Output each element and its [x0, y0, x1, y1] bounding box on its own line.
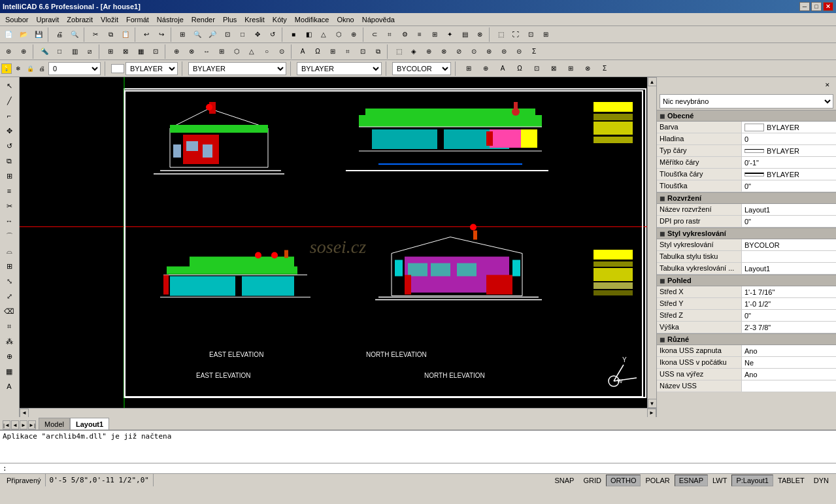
tb2-b2[interactable]: ⊕ — [16, 44, 31, 59]
tb2-b8[interactable]: ⊠ — [118, 44, 133, 59]
status-dyn-btn[interactable]: DYN — [809, 475, 833, 486]
section-collapse-icon-4[interactable]: ◼ — [660, 277, 665, 284]
tb2-b33[interactable]: ⊝ — [512, 44, 526, 59]
tool-line[interactable]: ╱ — [1, 93, 17, 108]
h-scroll-right[interactable]: ► — [647, 409, 656, 418]
tb2-b28[interactable]: ⊗ — [437, 44, 451, 59]
section-collapse-icon-2[interactable]: ◼ — [660, 195, 665, 202]
menu-kreslit[interactable]: Kreslit — [241, 14, 269, 25]
v-scroll-down[interactable]: ▼ — [648, 399, 657, 408]
tb-b3[interactable]: △ — [316, 27, 331, 42]
tb-c3[interactable]: ⚙ — [397, 27, 412, 42]
plotstyle-select[interactable]: BYCOLOR — [392, 62, 451, 75]
status-polar-btn[interactable]: POLAR — [641, 475, 674, 486]
tool-text[interactable]: A — [1, 379, 17, 394]
tb-c1[interactable]: ⊂ — [367, 27, 382, 42]
menu-napoveda[interactable]: Nápověda — [358, 14, 399, 25]
tool-trim[interactable]: ✂ — [1, 199, 17, 213]
tb2-b19[interactable]: A — [295, 44, 310, 59]
tb2-b5[interactable]: ▥ — [67, 44, 82, 59]
v-scrollbar[interactable]: ▲ ▼ — [647, 77, 656, 408]
status-tablet-btn[interactable]: TABLET — [773, 475, 809, 486]
tb-b4[interactable]: ⬡ — [331, 27, 346, 42]
tool-explode[interactable]: ⁂ — [1, 334, 17, 348]
tb-zoom-out[interactable]: 🔎 — [205, 27, 220, 42]
h-scroll-left[interactable]: ◄ — [20, 409, 29, 418]
tb2-b13[interactable]: ↔ — [199, 44, 214, 59]
tool-fillet[interactable]: ⌒ — [1, 229, 17, 243]
tab-prev-btn[interactable]: ◄ — [11, 420, 19, 429]
layer-select[interactable]: 0 — [48, 62, 101, 75]
tb-c5[interactable]: ⊞ — [427, 27, 442, 42]
status-snap-btn[interactable]: SNAP — [550, 475, 578, 486]
status-layout-btn[interactable]: P:Layout1 — [731, 475, 773, 486]
pts-extra-4[interactable]: Ω — [512, 61, 527, 76]
menu-upravit[interactable]: Upravit — [32, 14, 63, 25]
tb2-b30[interactable]: ⊙ — [467, 44, 481, 59]
tb-new[interactable]: 📄 — [1, 27, 16, 42]
tb2-b23[interactable]: ⊡ — [356, 44, 370, 59]
section-collapse-icon[interactable]: ◼ — [660, 112, 665, 120]
pts-extra-1[interactable]: ⊞ — [461, 61, 476, 76]
tool-arrow[interactable]: ↖ — [1, 78, 17, 93]
tab-last-btn[interactable]: ►| — [28, 420, 36, 429]
tb2-b3[interactable]: 🔦 — [37, 44, 52, 59]
linetype-select[interactable]: BYLAYER — [188, 62, 286, 75]
tb-d3[interactable]: ⊡ — [524, 27, 538, 42]
tool-array[interactable]: ⊞ — [1, 259, 17, 273]
tool-scale[interactable]: ⤡ — [1, 274, 17, 288]
tb-c8[interactable]: ⊗ — [473, 27, 487, 42]
tb-preview[interactable]: 🔍 — [67, 27, 82, 42]
layer-print-btn[interactable]: 🖨 — [37, 61, 47, 76]
tab-layout1[interactable]: Layout1 — [70, 418, 109, 429]
tb-pan[interactable]: ✥ — [250, 27, 265, 42]
tb-zoom-win[interactable]: □ — [235, 27, 250, 42]
menu-format[interactable]: Formát — [122, 14, 153, 25]
v-scroll-up[interactable]: ▲ — [648, 77, 657, 86]
tool-chamfer[interactable]: ⌓ — [1, 244, 17, 258]
tb2-b15[interactable]: ⬡ — [229, 44, 244, 59]
tb-b5[interactable]: ⊕ — [346, 27, 361, 42]
tb-copy[interactable]: ⧉ — [103, 27, 118, 42]
tool-mirror[interactable]: ⊞ — [1, 169, 17, 183]
tb2-b29[interactable]: ⊘ — [452, 44, 466, 59]
tb2-b22[interactable]: ⌗ — [341, 44, 355, 59]
menu-nastroje[interactable]: Nástroje — [153, 14, 188, 25]
tb-open[interactable]: 📂 — [16, 27, 31, 42]
menu-render[interactable]: Render — [188, 14, 219, 25]
tb-c6[interactable]: ✦ — [443, 27, 457, 42]
tool-move[interactable]: ✥ — [1, 124, 17, 138]
tb2-b26[interactable]: ◈ — [407, 44, 421, 59]
app-close-button[interactable]: ✕ — [823, 2, 833, 11]
tb2-b25[interactable]: ⬚ — [392, 44, 406, 59]
section-collapse-icon-3[interactable]: ◼ — [660, 230, 665, 237]
tool-snap-mode[interactable]: ⊕ — [1, 349, 17, 363]
tb-zoom-in[interactable]: 🔍 — [190, 27, 205, 42]
tb2-b27[interactable]: ⊕ — [422, 44, 436, 59]
tb2-b10[interactable]: ⊡ — [148, 44, 163, 59]
tb2-b18[interactable]: ⊙ — [275, 44, 289, 59]
tool-stretch[interactable]: ⤢ — [1, 289, 17, 303]
tool-break[interactable]: ⌗ — [1, 319, 17, 333]
tab-model[interactable]: Model — [39, 418, 70, 429]
tb2-b31[interactable]: ⊛ — [482, 44, 496, 59]
tb-d4[interactable]: ⊞ — [539, 27, 553, 42]
app-minimize-button[interactable]: ─ — [799, 2, 810, 11]
h-scrollbar[interactable]: ◄ ► — [20, 408, 656, 417]
tb2-b4[interactable]: □ — [52, 44, 67, 59]
menu-soubor[interactable]: Soubor — [1, 14, 32, 25]
tb2-b32[interactable]: ⊜ — [497, 44, 511, 59]
tool-hatch[interactable]: ▦ — [1, 364, 17, 378]
tb2-b20[interactable]: Ω — [310, 44, 325, 59]
tb2-b11[interactable]: ⊕ — [169, 44, 184, 59]
tab-first-btn[interactable]: |◄ — [3, 420, 10, 429]
tb-redo[interactable]: ↪ — [154, 27, 169, 42]
tool-erase[interactable]: ⌫ — [1, 304, 17, 318]
color-select[interactable]: BYLAYER — [125, 62, 178, 75]
menu-vlozit[interactable]: Vložit — [97, 14, 122, 25]
status-grid-btn[interactable]: GRID — [578, 475, 606, 486]
tb2-b24[interactable]: ⧉ — [371, 44, 385, 59]
tb2-b1[interactable]: ⊛ — [1, 44, 16, 59]
tb-paste[interactable]: 📋 — [118, 27, 133, 42]
status-lwt-btn[interactable]: LWT — [708, 475, 731, 486]
